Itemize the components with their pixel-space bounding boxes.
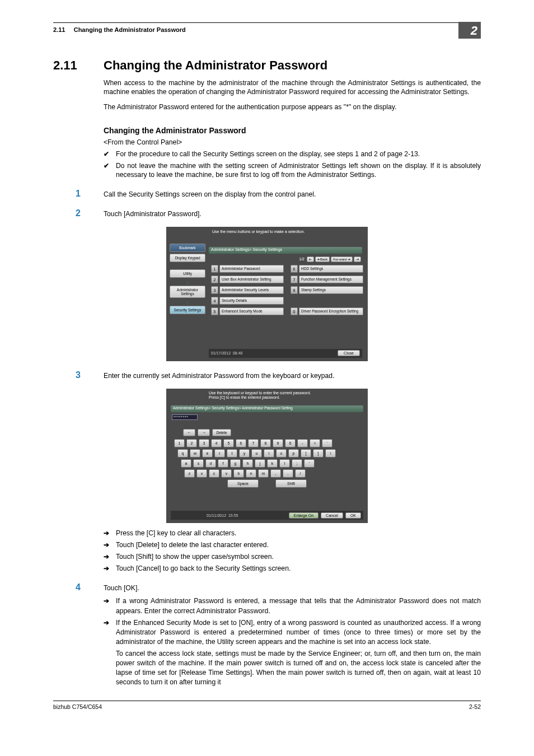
space-key[interactable]: Space <box>227 479 259 488</box>
cursor-right-button[interactable]: → <box>198 429 210 436</box>
keyboard-key[interactable]: t <box>227 449 237 458</box>
keyboard-key[interactable]: 2 <box>186 439 197 447</box>
step-4: 4 Touch [OK]. ➔If a wrong Administrator … <box>76 582 481 687</box>
keyboard-key[interactable]: x <box>196 469 207 478</box>
admin-settings-button[interactable]: Administrator Settings <box>170 286 205 298</box>
keyboard-key[interactable]: i <box>264 449 274 458</box>
keyboard-key[interactable]: 0 <box>285 439 296 447</box>
bookmark-button[interactable]: Bookmark <box>170 244 205 252</box>
keyboard-key[interactable]: 3 <box>199 439 209 447</box>
step-3: 3 Enter the currently set Administrator … <box>76 370 481 381</box>
cancel-button[interactable]: Cancel <box>321 512 343 519</box>
keyboard-key[interactable]: u <box>251 449 262 458</box>
keyboard-key[interactable]: ; <box>292 459 302 468</box>
keyboard-key[interactable]: b <box>233 469 244 478</box>
menu-item[interactable]: 6HDD Settings <box>291 265 363 273</box>
ok-button[interactable]: OK <box>345 512 361 519</box>
menu-item[interactable]: 5Enhanced Security Mode <box>211 307 284 315</box>
keyboard-key[interactable]: z <box>184 469 195 478</box>
password-field[interactable]: ******** <box>172 414 198 420</box>
footer-left: bizhub C754/C654 <box>53 703 102 710</box>
page-first-button[interactable]: ⇤ <box>307 256 314 262</box>
keyboard-key[interactable]: - <box>297 439 308 447</box>
keyboard-key[interactable]: n <box>246 469 256 478</box>
arrow-icon: ➔ <box>104 618 116 647</box>
close-button[interactable]: Close <box>338 350 360 356</box>
keyboard-key[interactable]: 6 <box>236 439 246 447</box>
cursor-left-button[interactable]: ← <box>183 429 195 436</box>
keyboard-key[interactable]: y <box>239 449 250 458</box>
keyboard-key[interactable]: v <box>221 469 232 478</box>
keyboard-key[interactable]: w <box>190 449 200 458</box>
utility-button[interactable]: Utility <box>170 269 205 278</box>
keyboard-key[interactable]: 7 <box>248 439 259 447</box>
check-list: ✔ For the procedure to call the Security… <box>104 150 481 179</box>
keyboard-key[interactable]: = <box>310 439 320 447</box>
keyboard-key[interactable]: q <box>177 449 188 458</box>
page-last-button[interactable]: ⇥ <box>354 256 361 262</box>
keyboard-key[interactable]: / <box>295 469 306 478</box>
keyboard-key[interactable]: j <box>255 459 265 468</box>
down-arrow-icon: ↓ <box>170 300 205 305</box>
keyboard-key[interactable]: m <box>258 469 269 478</box>
keyboard-key[interactable]: [ <box>301 449 311 458</box>
keyboard-key[interactable]: a <box>181 459 191 468</box>
keyboard-key[interactable]: s <box>193 459 204 468</box>
arrow-icon: ➔ <box>104 552 116 562</box>
keyboard-key[interactable]: . <box>283 469 293 478</box>
menu-item[interactable]: 4Security Details <box>211 297 284 305</box>
security-settings-button[interactable]: Security Settings <box>170 306 205 314</box>
keyboard-key[interactable]: k <box>267 459 278 468</box>
keyboard-key[interactable]: , <box>270 469 281 478</box>
check-text: For the procedure to call the Security S… <box>116 150 420 158</box>
keyboard-key[interactable]: d <box>205 459 216 468</box>
menu-item[interactable]: 3Administrator Security Levels <box>211 286 284 294</box>
arrow-item: ➔If a wrong Administrator Password is en… <box>104 596 481 615</box>
footer-right: 2-52 <box>469 703 481 710</box>
keyboard-key[interactable]: c <box>209 469 219 478</box>
step3-substeps: ➔Press the [C] key to clear all characte… <box>104 529 481 573</box>
display-keypad-button[interactable]: Display Keypad <box>170 254 205 262</box>
keyboard-key[interactable]: 9 <box>273 439 283 447</box>
intro-p1: When access to the machine by the admini… <box>104 78 481 97</box>
delete-button[interactable]: Delete <box>212 429 231 436</box>
keyboard-key[interactable]: g <box>230 459 241 468</box>
ss2-toolbar: ← → Delete <box>183 429 231 436</box>
page-fwd-button[interactable]: For-ward ↠ <box>331 256 353 262</box>
down-arrow-icon: ↓ <box>170 279 205 285</box>
keyboard-key[interactable]: ` <box>322 439 332 447</box>
keyboard-key[interactable]: 4 <box>211 439 222 447</box>
keyboard-key[interactable]: l <box>279 459 290 468</box>
menu-item[interactable]: 2User Box Administrator Setting <box>211 276 284 283</box>
keyboard-key[interactable]: h <box>242 459 253 468</box>
arrow-icon: ➔ <box>104 540 116 550</box>
keyboard-key[interactable]: e <box>202 449 213 458</box>
keyboard-key[interactable]: 5 <box>223 439 234 447</box>
arrow-icon: ➔ <box>104 596 116 615</box>
ss1-datetime: 01/17/2012 08:40 <box>211 351 242 355</box>
keyboard-key[interactable]: 8 <box>260 439 271 447</box>
step-number: 3 <box>76 370 104 381</box>
page-back-button[interactable]: ↞Back <box>315 256 330 262</box>
ss2-message: Use the keyboard or keypad to enter the … <box>209 391 311 400</box>
keyboard-key[interactable]: ' <box>304 459 315 468</box>
enlarge-button[interactable]: Enlarge On <box>289 512 318 519</box>
keyboard-key[interactable]: \ <box>325 449 336 458</box>
menu-item[interactable]: 8Stamp Settings <box>291 286 363 294</box>
menu-item[interactable]: 7Function Management Settings <box>291 276 363 283</box>
shift-key[interactable]: Shift <box>275 479 307 488</box>
keyboard-key[interactable]: r <box>214 449 225 458</box>
section-title: Changing the Administrator Password <box>104 58 327 73</box>
ss1-items-right: 6HDD Settings 7Function Management Setti… <box>291 265 363 318</box>
keyboard-key[interactable]: f <box>218 459 228 468</box>
ss1-breadcrumb: Administrator Settings> Security Setting… <box>209 247 362 254</box>
step-text: Touch [Administrator Password]. <box>104 208 481 219</box>
keyboard-key[interactable]: o <box>276 449 287 458</box>
keyboard-key[interactable]: 1 <box>174 439 185 447</box>
page-footer: bizhub C754/C654 2-52 <box>53 701 481 710</box>
menu-item[interactable]: 0Driver Password Encryption Setting <box>291 307 363 315</box>
keyboard-key[interactable]: ] <box>313 449 324 458</box>
keyboard-key[interactable]: p <box>288 449 299 458</box>
header-section-ref: 2.11 <box>53 26 65 33</box>
menu-item[interactable]: 1Administrator Password <box>211 265 284 273</box>
